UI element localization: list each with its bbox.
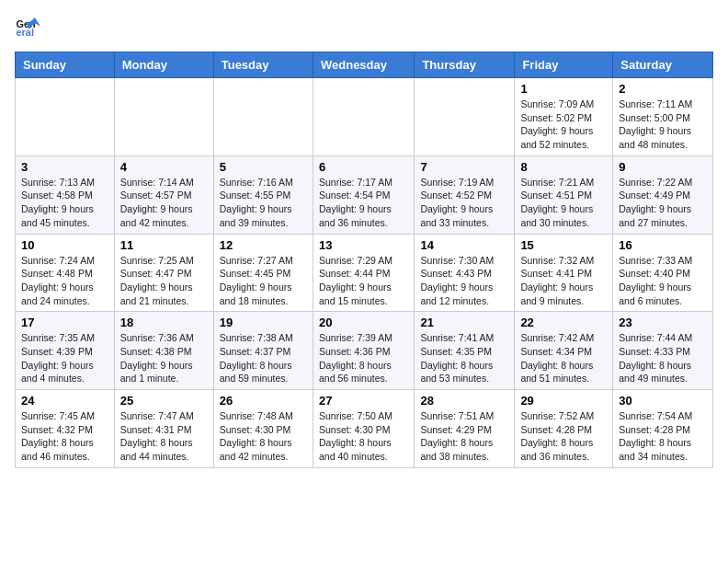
calendar-week-row: 24Sunrise: 7:45 AM Sunset: 4:32 PM Dayli… bbox=[16, 390, 713, 468]
day-info: Sunrise: 7:21 AM Sunset: 4:51 PM Dayligh… bbox=[520, 176, 607, 230]
day-number: 7 bbox=[420, 160, 508, 174]
calendar-cell: 4Sunrise: 7:14 AM Sunset: 4:57 PM Daylig… bbox=[114, 155, 213, 234]
day-number: 30 bbox=[619, 394, 707, 408]
day-number: 4 bbox=[120, 160, 208, 174]
calendar-cell bbox=[415, 78, 515, 156]
day-info: Sunrise: 7:24 AM Sunset: 4:48 PM Dayligh… bbox=[21, 254, 108, 308]
day-number: 26 bbox=[220, 394, 307, 408]
calendar-cell: 24Sunrise: 7:45 AM Sunset: 4:32 PM Dayli… bbox=[16, 390, 115, 468]
page-header: Gen eral bbox=[15, 15, 713, 40]
day-info: Sunrise: 7:32 AM Sunset: 4:41 PM Dayligh… bbox=[520, 254, 607, 308]
calendar-cell bbox=[213, 78, 313, 156]
day-number: 13 bbox=[319, 238, 408, 252]
day-info: Sunrise: 7:36 AM Sunset: 4:38 PM Dayligh… bbox=[120, 331, 208, 385]
weekday-header: Friday bbox=[515, 52, 613, 78]
calendar-cell: 19Sunrise: 7:38 AM Sunset: 4:37 PM Dayli… bbox=[213, 312, 313, 390]
calendar-cell: 20Sunrise: 7:39 AM Sunset: 4:36 PM Dayli… bbox=[313, 312, 414, 390]
weekday-header: Tuesday bbox=[213, 52, 313, 78]
calendar-cell: 7Sunrise: 7:19 AM Sunset: 4:52 PM Daylig… bbox=[415, 155, 515, 234]
day-info: Sunrise: 7:39 AM Sunset: 4:36 PM Dayligh… bbox=[319, 331, 408, 385]
calendar-cell: 14Sunrise: 7:30 AM Sunset: 4:43 PM Dayli… bbox=[415, 234, 515, 312]
day-number: 17 bbox=[21, 316, 108, 329]
weekday-header: Sunday bbox=[16, 52, 115, 78]
calendar-cell: 26Sunrise: 7:48 AM Sunset: 4:30 PM Dayli… bbox=[213, 390, 313, 468]
day-info: Sunrise: 7:30 AM Sunset: 4:43 PM Dayligh… bbox=[420, 254, 508, 308]
day-number: 11 bbox=[120, 238, 208, 252]
calendar-cell: 12Sunrise: 7:27 AM Sunset: 4:45 PM Dayli… bbox=[213, 234, 313, 312]
weekday-header: Thursday bbox=[415, 52, 515, 78]
day-number: 12 bbox=[220, 238, 307, 252]
calendar-cell: 5Sunrise: 7:16 AM Sunset: 4:55 PM Daylig… bbox=[213, 155, 313, 234]
weekday-header: Saturday bbox=[613, 52, 713, 78]
day-info: Sunrise: 7:33 AM Sunset: 4:40 PM Dayligh… bbox=[619, 254, 707, 308]
calendar-cell: 21Sunrise: 7:41 AM Sunset: 4:35 PM Dayli… bbox=[415, 312, 515, 390]
day-info: Sunrise: 7:44 AM Sunset: 4:33 PM Dayligh… bbox=[619, 331, 707, 385]
day-info: Sunrise: 7:13 AM Sunset: 4:58 PM Dayligh… bbox=[21, 176, 108, 230]
day-info: Sunrise: 7:27 AM Sunset: 4:45 PM Dayligh… bbox=[220, 254, 307, 308]
calendar-cell: 15Sunrise: 7:32 AM Sunset: 4:41 PM Dayli… bbox=[515, 234, 613, 312]
calendar-week-row: 17Sunrise: 7:35 AM Sunset: 4:39 PM Dayli… bbox=[16, 312, 713, 390]
day-number: 21 bbox=[420, 316, 508, 329]
day-number: 18 bbox=[120, 316, 208, 329]
calendar-cell: 2Sunrise: 7:11 AM Sunset: 5:00 PM Daylig… bbox=[613, 78, 713, 156]
calendar-cell: 11Sunrise: 7:25 AM Sunset: 4:47 PM Dayli… bbox=[114, 234, 213, 312]
weekday-header: Wednesday bbox=[313, 52, 414, 78]
logo: Gen eral bbox=[15, 15, 44, 40]
day-info: Sunrise: 7:41 AM Sunset: 4:35 PM Dayligh… bbox=[420, 331, 508, 385]
calendar-week-row: 3Sunrise: 7:13 AM Sunset: 4:58 PM Daylig… bbox=[16, 155, 713, 234]
day-info: Sunrise: 7:25 AM Sunset: 4:47 PM Dayligh… bbox=[120, 254, 208, 308]
calendar-cell: 17Sunrise: 7:35 AM Sunset: 4:39 PM Dayli… bbox=[16, 312, 115, 390]
day-number: 10 bbox=[21, 238, 108, 252]
day-number: 20 bbox=[319, 316, 408, 329]
day-number: 22 bbox=[520, 316, 607, 329]
calendar-cell bbox=[16, 78, 115, 156]
day-info: Sunrise: 7:38 AM Sunset: 4:37 PM Dayligh… bbox=[220, 331, 307, 385]
calendar-cell: 3Sunrise: 7:13 AM Sunset: 4:58 PM Daylig… bbox=[16, 155, 115, 234]
calendar-cell: 18Sunrise: 7:36 AM Sunset: 4:38 PM Dayli… bbox=[114, 312, 213, 390]
calendar-week-row: 10Sunrise: 7:24 AM Sunset: 4:48 PM Dayli… bbox=[16, 234, 713, 312]
calendar-week-row: 1Sunrise: 7:09 AM Sunset: 5:02 PM Daylig… bbox=[16, 78, 713, 156]
day-info: Sunrise: 7:48 AM Sunset: 4:30 PM Dayligh… bbox=[220, 409, 307, 464]
calendar-cell: 9Sunrise: 7:22 AM Sunset: 4:49 PM Daylig… bbox=[613, 155, 713, 234]
day-number: 3 bbox=[21, 160, 108, 174]
day-info: Sunrise: 7:19 AM Sunset: 4:52 PM Dayligh… bbox=[420, 176, 508, 230]
day-number: 19 bbox=[220, 316, 307, 329]
day-number: 15 bbox=[520, 238, 607, 252]
day-number: 5 bbox=[220, 160, 307, 174]
day-number: 1 bbox=[520, 82, 607, 96]
calendar-cell bbox=[114, 78, 213, 156]
day-number: 16 bbox=[619, 238, 707, 252]
day-number: 8 bbox=[520, 160, 607, 174]
day-info: Sunrise: 7:52 AM Sunset: 4:28 PM Dayligh… bbox=[520, 409, 607, 464]
day-info: Sunrise: 7:47 AM Sunset: 4:31 PM Dayligh… bbox=[120, 409, 208, 464]
day-info: Sunrise: 7:45 AM Sunset: 4:32 PM Dayligh… bbox=[21, 409, 108, 464]
day-number: 29 bbox=[520, 394, 607, 408]
calendar-cell: 25Sunrise: 7:47 AM Sunset: 4:31 PM Dayli… bbox=[114, 390, 213, 468]
calendar-header-row: SundayMondayTuesdayWednesdayThursdayFrid… bbox=[16, 52, 713, 78]
day-info: Sunrise: 7:29 AM Sunset: 4:44 PM Dayligh… bbox=[319, 254, 408, 308]
calendar-cell: 23Sunrise: 7:44 AM Sunset: 4:33 PM Dayli… bbox=[613, 312, 713, 390]
day-number: 23 bbox=[619, 316, 707, 329]
day-info: Sunrise: 7:09 AM Sunset: 5:02 PM Dayligh… bbox=[520, 98, 607, 152]
calendar-cell: 10Sunrise: 7:24 AM Sunset: 4:48 PM Dayli… bbox=[16, 234, 115, 312]
calendar-table: SundayMondayTuesdayWednesdayThursdayFrid… bbox=[15, 52, 713, 468]
day-info: Sunrise: 7:42 AM Sunset: 4:34 PM Dayligh… bbox=[520, 331, 607, 385]
calendar-cell: 13Sunrise: 7:29 AM Sunset: 4:44 PM Dayli… bbox=[313, 234, 414, 312]
calendar-cell: 28Sunrise: 7:51 AM Sunset: 4:29 PM Dayli… bbox=[415, 390, 515, 468]
day-number: 25 bbox=[120, 394, 208, 408]
calendar-cell: 6Sunrise: 7:17 AM Sunset: 4:54 PM Daylig… bbox=[313, 155, 414, 234]
calendar-cell: 27Sunrise: 7:50 AM Sunset: 4:30 PM Dayli… bbox=[313, 390, 414, 468]
calendar-cell bbox=[313, 78, 414, 156]
day-number: 28 bbox=[420, 394, 508, 408]
day-number: 24 bbox=[21, 394, 108, 408]
calendar-cell: 1Sunrise: 7:09 AM Sunset: 5:02 PM Daylig… bbox=[515, 78, 613, 156]
day-info: Sunrise: 7:50 AM Sunset: 4:30 PM Dayligh… bbox=[319, 409, 408, 464]
day-info: Sunrise: 7:35 AM Sunset: 4:39 PM Dayligh… bbox=[21, 331, 108, 385]
svg-text:eral: eral bbox=[17, 27, 34, 38]
calendar-cell: 22Sunrise: 7:42 AM Sunset: 4:34 PM Dayli… bbox=[515, 312, 613, 390]
weekday-header: Monday bbox=[114, 52, 213, 78]
day-info: Sunrise: 7:16 AM Sunset: 4:55 PM Dayligh… bbox=[220, 176, 307, 230]
calendar-cell: 30Sunrise: 7:54 AM Sunset: 4:28 PM Dayli… bbox=[613, 390, 713, 468]
calendar-cell: 16Sunrise: 7:33 AM Sunset: 4:40 PM Dayli… bbox=[613, 234, 713, 312]
calendar-cell: 8Sunrise: 7:21 AM Sunset: 4:51 PM Daylig… bbox=[515, 155, 613, 234]
